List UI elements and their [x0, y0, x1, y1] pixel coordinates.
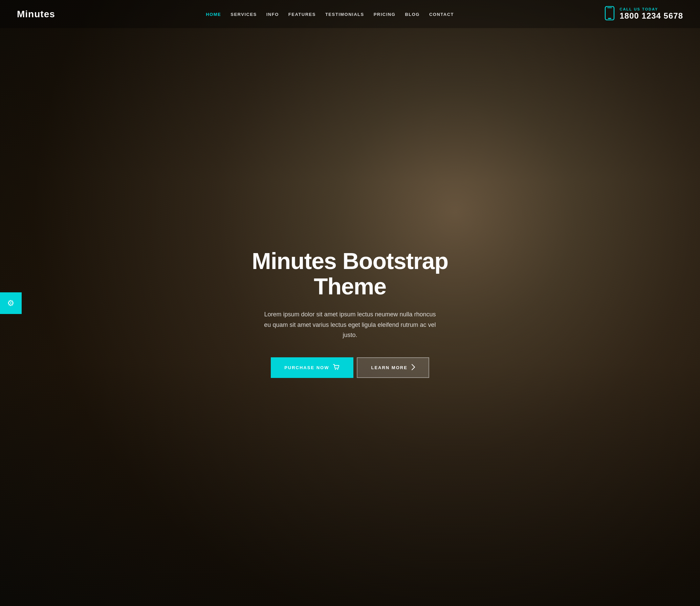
purchase-label: PURCHASE NOW — [284, 365, 329, 370]
site-header: Minutes HOMESERVICESINFOFEATURESTESTIMON… — [0, 0, 700, 28]
hero-buttons: PURCHASE NOW LEARN MORE — [242, 357, 458, 378]
nav-item-contact[interactable]: CONTACT — [429, 12, 454, 17]
phone-icon — [605, 6, 615, 22]
chevron-right-icon — [412, 364, 415, 371]
learn-more-label: LEARN MORE — [371, 365, 407, 370]
cart-icon — [333, 364, 340, 371]
svg-point-4 — [337, 369, 338, 370]
hero-content: Minutes Bootstrap Theme Lorem ipsum dolo… — [232, 248, 468, 378]
settings-button[interactable]: ⚙ — [0, 292, 22, 314]
gear-icon: ⚙ — [7, 298, 15, 308]
contact-text: CALL US TODAY 1800 1234 5678 — [619, 7, 683, 21]
nav-item-blog[interactable]: BLOG — [405, 12, 420, 17]
call-label: CALL US TODAY — [619, 7, 683, 11]
nav-item-home[interactable]: HOME — [206, 12, 221, 17]
phone-number: 1800 1234 5678 — [619, 11, 683, 21]
nav-item-features[interactable]: FEATURES — [288, 12, 316, 17]
svg-point-3 — [335, 369, 336, 370]
svg-rect-1 — [608, 18, 611, 19]
nav-item-pricing[interactable]: PRICING — [374, 12, 396, 17]
site-logo[interactable]: Minutes — [17, 9, 55, 20]
nav-item-info[interactable]: INFO — [266, 12, 279, 17]
hero-title: Minutes Bootstrap Theme — [242, 248, 458, 299]
svg-rect-2 — [607, 7, 612, 8]
purchase-now-button[interactable]: PURCHASE NOW — [271, 357, 353, 378]
nav-item-services[interactable]: SERVICES — [231, 12, 257, 17]
nav-item-testimonials[interactable]: TESTIMONIALS — [325, 12, 364, 17]
hero-section: Minutes Bootstrap Theme Lorem ipsum dolo… — [0, 0, 700, 606]
hero-subtitle: Lorem ipsum dolor sit amet ipsum lectus … — [262, 309, 438, 340]
main-nav: HOMESERVICESINFOFEATURESTESTIMONIALSPRIC… — [206, 11, 454, 17]
learn-more-button[interactable]: LEARN MORE — [357, 357, 429, 378]
contact-info: CALL US TODAY 1800 1234 5678 — [605, 6, 683, 22]
